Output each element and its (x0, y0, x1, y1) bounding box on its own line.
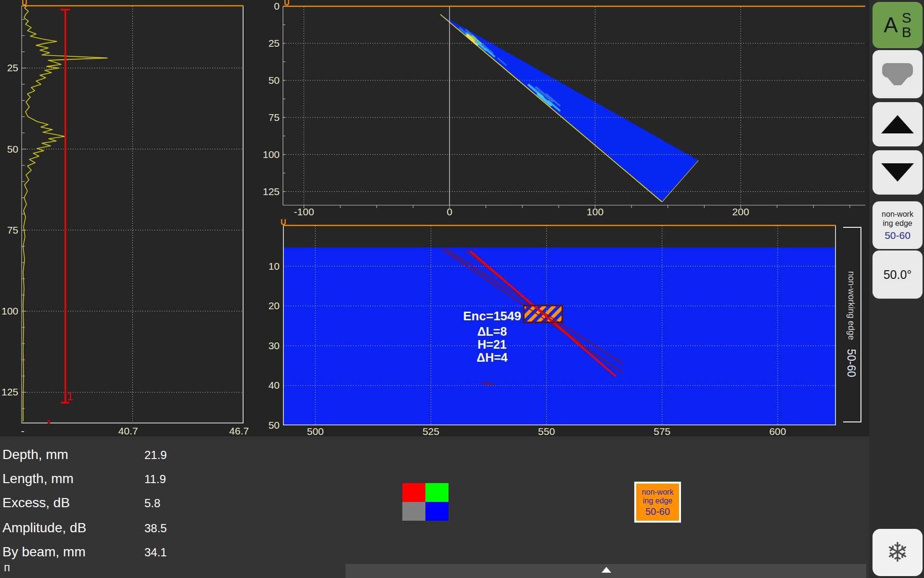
edge-strip-text: non-working edge (847, 271, 857, 340)
bottom-drawer-handle[interactable] (346, 564, 866, 578)
y-axis-tick-label: 100 (1, 305, 18, 316)
y-axis-tick-label: 50 (269, 75, 280, 86)
edge-range-line2: ing edge (883, 219, 912, 228)
edge-range-line1: non-work (882, 210, 913, 219)
y-axis-tick-label: 50 (7, 144, 18, 155)
sector-u-label: U (284, 0, 290, 7)
x-axis-tick-label: - (21, 425, 25, 436)
scan-mode-b: B (902, 25, 911, 39)
x-axis-tick-label: 500 (307, 426, 324, 437)
measurement-row: By beam, mm 34.1 (0, 541, 289, 565)
annotation-delta-l: ΔL=8 (457, 325, 527, 339)
probe-icon (882, 63, 913, 85)
edge-range-button[interactable]: non-work ing edge 50-60 (873, 201, 923, 249)
x-axis-tick-label: 550 (538, 426, 555, 437)
palette-green-cell[interactable] (425, 483, 449, 502)
measurement-row: Depth, mm 21.9 (0, 444, 289, 467)
y-axis-tick-label: 10 (269, 261, 280, 272)
edge-mode-badge[interactable]: non-work ing edge 50-60 (634, 482, 681, 523)
y-axis-tick-label: 0 (274, 0, 280, 12)
badge-range: 50-60 (645, 506, 670, 517)
up-arrow-icon (602, 567, 611, 573)
badge-line2: ing edge (643, 497, 672, 505)
y-axis-tick-label: 30 (269, 340, 280, 351)
app-window: 2550751001251-40.746.7 0255075100125-100… (0, 0, 924, 578)
annotation-delta-h: ΔH=4 (457, 351, 527, 365)
y-axis-tick-label: 125 (1, 386, 18, 397)
measurement-label: Amplitude, dB (2, 520, 86, 536)
palette-red-cell[interactable] (402, 483, 425, 502)
y-axis-tick-label: 75 (269, 112, 280, 123)
y-axis-tick-label: 40 (269, 380, 280, 391)
beam-angle-button[interactable]: 50.0° (873, 250, 923, 299)
edge-range-value: 50-60 (885, 230, 911, 241)
measurement-value: 11.9 (144, 473, 166, 486)
measurement-value: 21.9 (144, 448, 167, 462)
palette-blue-cell[interactable] (425, 502, 449, 521)
palette-gray-cell[interactable] (402, 502, 425, 521)
up-arrow-icon (881, 115, 914, 133)
snowflake-icon: ❄ (886, 539, 909, 566)
freeze-button[interactable]: ❄ (873, 529, 923, 576)
scroll-up-button[interactable] (873, 102, 923, 146)
measurement-label: Excess, dB (2, 495, 70, 511)
measurement-value: 34.1 (144, 546, 167, 559)
y-axis-tick-label: 75 (7, 224, 18, 236)
gate-cursor-label: 1 (67, 390, 73, 403)
x-axis-tick-label: 40.7 (118, 425, 138, 436)
bscan-plot[interactable]: 1020304050500525550575600 (260, 219, 869, 438)
y-axis-tick-label: 25 (269, 38, 280, 49)
measurement-row: Amplitude, dB 38.5 (0, 517, 289, 540)
corner-char: п (4, 561, 10, 574)
annotation-encoder: Enc=1549 (454, 309, 521, 324)
edge-strip-range: 50-60 (845, 349, 858, 377)
color-palette (402, 483, 449, 521)
ascan-u-label: U (22, 0, 27, 7)
bscan-u-label: U (281, 218, 286, 227)
measurement-value: 5.8 (144, 497, 160, 510)
scroll-down-button[interactable] (873, 150, 923, 195)
y-axis-tick-label: 125 (263, 186, 280, 197)
scan-mode-s: S (902, 11, 911, 25)
measurement-row: Length, mm 11.9 (0, 468, 289, 491)
edge-strip-label: non-working edge 50-60 (843, 227, 860, 421)
bscan-material-fill (283, 248, 836, 425)
y-axis-tick-label: 50 (269, 420, 280, 431)
scan-mode-button[interactable]: A S B (873, 2, 923, 48)
measurement-row: Excess, dB 5.8 (0, 492, 289, 515)
annotation-height: H=21 (457, 338, 527, 352)
beam-angle-value: 50.0° (884, 268, 912, 282)
sidebar: A S B non-work ing edge 50-60 50.0° (869, 0, 924, 578)
y-axis-tick-label: 25 (7, 62, 18, 73)
measurement-value: 38.5 (144, 522, 167, 535)
sector-scan-plot[interactable]: 0255075100125-1000100200 (260, 0, 869, 222)
measurement-label: By beam, mm (2, 544, 86, 560)
measurement-label: Length, mm (2, 471, 74, 486)
measurement-label: Depth, mm (2, 447, 68, 462)
y-axis-tick-label: 100 (263, 149, 280, 160)
scan-mode-a: A (884, 13, 898, 37)
x-axis-tick-label: 525 (423, 426, 439, 437)
x-axis-tick-label: 575 (654, 426, 670, 437)
ascan-plot[interactable]: 2550751001251-40.746.7 (0, 0, 260, 438)
edge-mode-badge-inner: non-work ing edge 50-60 (636, 484, 679, 521)
x-axis-tick-label: 46.7 (229, 425, 249, 436)
probe-button[interactable] (873, 50, 923, 98)
x-axis-tick-label: 600 (769, 426, 786, 437)
down-arrow-icon (881, 163, 914, 182)
axis-marker (48, 420, 50, 424)
badge-line1: non-work (642, 488, 674, 497)
y-axis-tick-label: 20 (269, 300, 280, 311)
